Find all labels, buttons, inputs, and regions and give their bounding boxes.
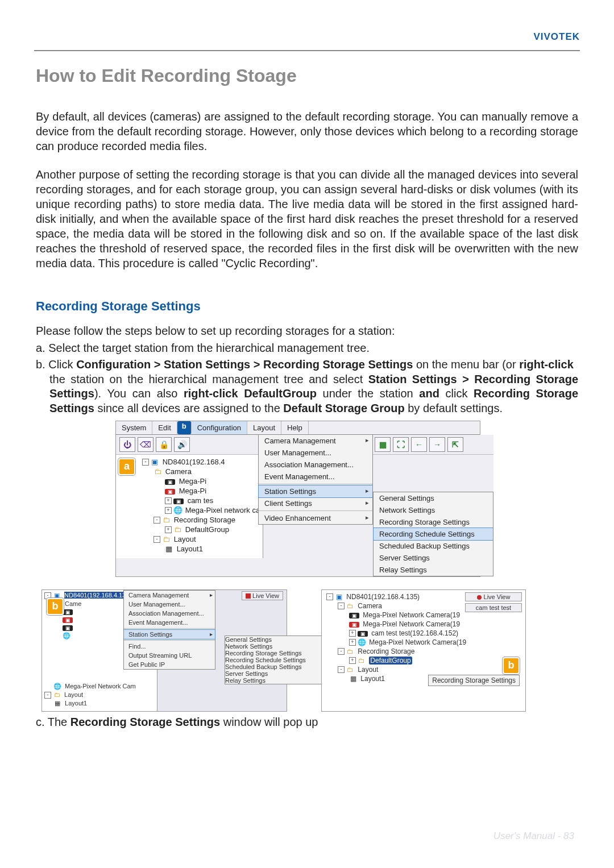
paragraph-2: Another purpose of setting the recording… bbox=[36, 167, 578, 271]
step-c: c. The Recording Storage Settings window… bbox=[36, 715, 578, 730]
menu-help[interactable]: Help bbox=[281, 421, 309, 434]
menu-layout[interactable]: Layout bbox=[247, 421, 281, 434]
step-b: b. Click Configuration > Station Setting… bbox=[36, 358, 578, 416]
screenshot-rightclick-station: Live View b -▣ ND8401(192.168.4.135) 🗀 C… bbox=[42, 589, 287, 712]
header-rule bbox=[34, 50, 580, 51]
context-menu-station[interactable]: Camera Management User Management... Ass… bbox=[123, 590, 215, 670]
screenshot-rightclick-defaultgroup: Live View cam test test -▣ ND8401(192.16… bbox=[321, 589, 526, 712]
menu-edit[interactable]: Edit bbox=[152, 421, 177, 434]
station-settings-submenu[interactable]: General Settings Network Settings Record… bbox=[373, 492, 493, 576]
power-icon[interactable]: ⏻ bbox=[119, 437, 135, 452]
lead-line: Please follow the steps below to set up … bbox=[36, 324, 578, 339]
badge-b-icon: b bbox=[503, 657, 520, 674]
page-title: How to Edit Recording Stoage bbox=[36, 65, 578, 86]
configuration-menu[interactable]: Camera Management User Management... Ass… bbox=[258, 434, 373, 525]
ctx-station-settings: Station Settings bbox=[123, 629, 215, 639]
close-schedule-icon[interactable]: ⌫ bbox=[138, 437, 154, 452]
screenshot-menu-path: System Edit b Configuration Layout Help … bbox=[115, 421, 480, 577]
badge-b-icon: b bbox=[47, 598, 64, 615]
ctx-recording-storage-settings: Recording Storage Settings bbox=[225, 650, 327, 657]
recording-schedule-settings-item: Recording Schedule Settings bbox=[373, 528, 493, 541]
forward-icon[interactable]: → bbox=[429, 437, 445, 452]
section-heading: Recording Storage Settings bbox=[36, 299, 578, 314]
ctx-defaultgroup-rss[interactable]: Recording Storage Settings bbox=[428, 675, 520, 686]
cam-test-button[interactable]: cam test test bbox=[465, 603, 522, 612]
paragraph-1: By default, all devices (cameras) are as… bbox=[36, 109, 578, 153]
lock-icon[interactable]: 🔒 bbox=[156, 437, 172, 452]
menu-system[interactable]: System bbox=[116, 421, 152, 434]
grid-icon[interactable]: ▦ bbox=[375, 437, 391, 452]
menu-configuration[interactable]: Configuration bbox=[192, 421, 247, 434]
step-a: a. Select the target station from the hi… bbox=[36, 341, 578, 356]
defaultgroup-selected[interactable]: DefaultGroup bbox=[369, 657, 412, 665]
badge-b-icon: b bbox=[177, 421, 192, 434]
brand-header: VIVOTEK bbox=[533, 31, 580, 43]
live-view-button[interactable]: Live View bbox=[465, 592, 522, 601]
sound-icon[interactable]: 🔊 bbox=[174, 437, 190, 452]
back-icon[interactable]: ← bbox=[411, 437, 427, 452]
toolbar: ⏻ ⌫ 🔒 🔊 bbox=[116, 435, 258, 455]
context-submenu-station-settings[interactable]: General Settings Network Settings Record… bbox=[225, 636, 328, 684]
badge-a-icon: a bbox=[118, 458, 135, 475]
pin-icon[interactable]: ⇱ bbox=[447, 437, 463, 452]
page-footer: User's Manual - 83 bbox=[493, 830, 574, 842]
station-settings-item: Station Settings bbox=[258, 485, 373, 498]
nav-toolbar: ▦ ⛶ ← → ⇱ bbox=[372, 435, 493, 455]
expand-icon[interactable]: ⛶ bbox=[393, 437, 409, 452]
